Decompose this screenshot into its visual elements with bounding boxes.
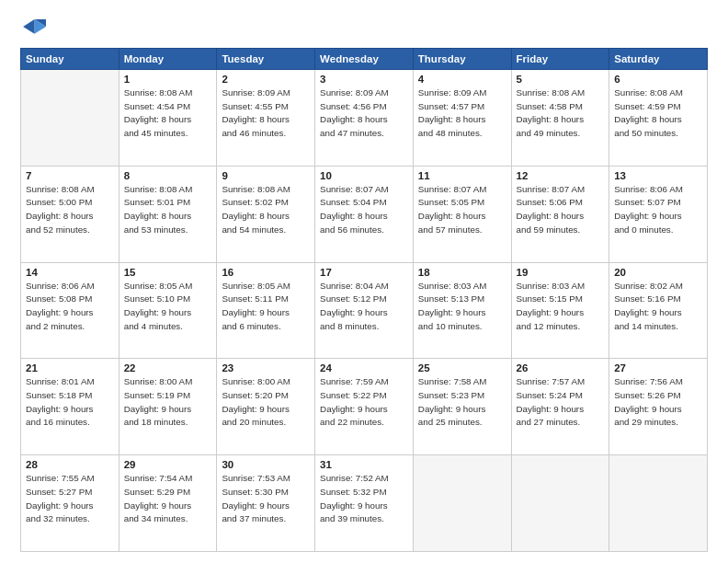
calendar-cell: 5Sunrise: 8:08 AMSunset: 4:58 PMDaylight… <box>511 70 609 167</box>
sunrise: Sunrise: 7:54 AM <box>124 472 212 486</box>
calendar-cell: 20Sunrise: 8:02 AMSunset: 5:16 PMDayligh… <box>609 262 708 359</box>
calendar-cell: 16Sunrise: 8:05 AMSunset: 5:11 PMDayligh… <box>217 262 315 359</box>
sunset: Sunset: 5:19 PM <box>124 389 212 403</box>
daylight-line1: Daylight: 9 hours <box>517 306 605 320</box>
daylight-line2: and 29 minutes. <box>614 416 702 430</box>
calendar-cell: 31Sunrise: 7:52 AMSunset: 5:32 PMDayligh… <box>315 455 414 552</box>
daylight-line1: Daylight: 9 hours <box>320 403 408 417</box>
day-info: Sunrise: 8:01 AMSunset: 5:18 PMDaylight:… <box>26 375 114 430</box>
daylight-line1: Daylight: 9 hours <box>614 306 702 320</box>
day-info: Sunrise: 8:07 AMSunset: 5:05 PMDaylight:… <box>418 183 506 237</box>
daylight-line2: and 53 minutes. <box>124 224 212 237</box>
sunset: Sunset: 5:26 PM <box>614 389 702 403</box>
calendar-cell: 17Sunrise: 8:04 AMSunset: 5:12 PMDayligh… <box>315 262 414 359</box>
sunrise: Sunrise: 8:07 AM <box>418 183 506 197</box>
sunset: Sunset: 5:22 PM <box>320 389 408 403</box>
calendar-cell: 28Sunrise: 7:55 AMSunset: 5:27 PMDayligh… <box>21 455 119 552</box>
sunrise: Sunrise: 7:53 AM <box>222 472 310 486</box>
sunset: Sunset: 5:23 PM <box>418 389 506 403</box>
daylight-line2: and 59 minutes. <box>517 224 605 237</box>
svg-marker-2 <box>23 19 34 34</box>
day-header-sunday: Sunday <box>21 49 119 70</box>
day-number: 19 <box>517 267 605 278</box>
daylight-line1: Daylight: 9 hours <box>26 403 114 417</box>
sunset: Sunset: 5:04 PM <box>320 196 408 210</box>
daylight-line1: Daylight: 8 hours <box>320 210 408 224</box>
day-info: Sunrise: 8:00 AMSunset: 5:19 PMDaylight:… <box>124 375 212 430</box>
daylight-line1: Daylight: 8 hours <box>124 113 212 127</box>
daylight-line2: and 8 minutes. <box>320 320 408 334</box>
day-info: Sunrise: 7:55 AMSunset: 5:27 PMDaylight:… <box>26 472 114 526</box>
daylight-line1: Daylight: 8 hours <box>320 113 408 127</box>
day-info: Sunrise: 8:08 AMSunset: 4:54 PMDaylight:… <box>124 86 212 141</box>
day-info: Sunrise: 8:08 AMSunset: 5:00 PMDaylight:… <box>26 183 114 237</box>
calendar-cell: 13Sunrise: 8:06 AMSunset: 5:07 PMDayligh… <box>609 166 708 262</box>
day-info: Sunrise: 7:59 AMSunset: 5:22 PMDaylight:… <box>320 375 408 430</box>
daylight-line2: and 0 minutes. <box>614 224 702 237</box>
calendar-cell <box>413 455 511 552</box>
daylight-line1: Daylight: 9 hours <box>418 403 506 417</box>
daylight-line2: and 27 minutes. <box>517 416 605 430</box>
day-info: Sunrise: 7:58 AMSunset: 5:23 PMDaylight:… <box>418 375 506 430</box>
sunset: Sunset: 5:13 PM <box>418 293 506 306</box>
sunrise: Sunrise: 8:02 AM <box>614 280 702 293</box>
sunrise: Sunrise: 8:04 AM <box>320 280 408 293</box>
day-number: 13 <box>614 170 702 181</box>
day-info: Sunrise: 8:02 AMSunset: 5:16 PMDaylight:… <box>614 280 702 334</box>
day-number: 30 <box>222 459 310 470</box>
calendar-cell <box>609 455 708 552</box>
sunset: Sunset: 5:01 PM <box>124 196 212 210</box>
sunset: Sunset: 4:55 PM <box>222 100 310 114</box>
day-info: Sunrise: 7:53 AMSunset: 5:30 PMDaylight:… <box>222 472 310 526</box>
daylight-line1: Daylight: 8 hours <box>124 210 212 224</box>
sunset: Sunset: 5:18 PM <box>26 389 114 403</box>
daylight-line1: Daylight: 8 hours <box>418 210 506 224</box>
calendar-cell: 7Sunrise: 8:08 AMSunset: 5:00 PMDaylight… <box>21 166 119 262</box>
daylight-line2: and 10 minutes. <box>418 320 506 334</box>
sunset: Sunset: 5:08 PM <box>26 293 114 306</box>
calendar-cell: 29Sunrise: 7:54 AMSunset: 5:29 PMDayligh… <box>119 455 217 552</box>
sunset: Sunset: 5:16 PM <box>614 293 702 306</box>
sunset: Sunset: 5:15 PM <box>517 293 605 306</box>
sunrise: Sunrise: 7:58 AM <box>418 375 506 389</box>
calendar-cell: 26Sunrise: 7:57 AMSunset: 5:24 PMDayligh… <box>511 359 609 455</box>
header <box>20 17 708 42</box>
day-info: Sunrise: 8:03 AMSunset: 5:15 PMDaylight:… <box>517 280 605 334</box>
day-info: Sunrise: 7:54 AMSunset: 5:29 PMDaylight:… <box>124 472 212 526</box>
sunrise: Sunrise: 7:56 AM <box>614 375 702 389</box>
daylight-line1: Daylight: 8 hours <box>26 210 114 224</box>
sunset: Sunset: 4:56 PM <box>320 100 408 114</box>
day-info: Sunrise: 8:05 AMSunset: 5:10 PMDaylight:… <box>124 280 212 334</box>
daylight-line2: and 6 minutes. <box>222 320 310 334</box>
calendar-cell: 12Sunrise: 8:07 AMSunset: 5:06 PMDayligh… <box>511 166 609 262</box>
daylight-line1: Daylight: 9 hours <box>320 306 408 320</box>
daylight-line1: Daylight: 9 hours <box>124 403 212 417</box>
day-number: 7 <box>26 170 114 181</box>
day-info: Sunrise: 8:03 AMSunset: 5:13 PMDaylight:… <box>418 280 506 334</box>
daylight-line1: Daylight: 9 hours <box>614 403 702 417</box>
sunrise: Sunrise: 8:03 AM <box>517 280 605 293</box>
sunset: Sunset: 5:07 PM <box>614 196 702 210</box>
daylight-line2: and 14 minutes. <box>614 320 702 334</box>
daylight-line2: and 16 minutes. <box>26 416 114 430</box>
calendar-cell: 15Sunrise: 8:05 AMSunset: 5:10 PMDayligh… <box>119 262 217 359</box>
day-number: 24 <box>320 362 408 373</box>
daylight-line1: Daylight: 8 hours <box>517 210 605 224</box>
day-info: Sunrise: 8:06 AMSunset: 5:08 PMDaylight:… <box>26 280 114 334</box>
sunrise: Sunrise: 8:08 AM <box>517 86 605 100</box>
daylight-line1: Daylight: 8 hours <box>614 113 702 127</box>
calendar-cell: 3Sunrise: 8:09 AMSunset: 4:56 PMDaylight… <box>315 70 414 167</box>
calendar-cell: 9Sunrise: 8:08 AMSunset: 5:02 PMDaylight… <box>217 166 315 262</box>
sunrise: Sunrise: 8:08 AM <box>614 86 702 100</box>
calendar-cell: 1Sunrise: 8:08 AMSunset: 4:54 PMDaylight… <box>119 70 217 167</box>
sunset: Sunset: 5:27 PM <box>26 486 114 500</box>
day-number: 15 <box>124 267 212 278</box>
daylight-line2: and 46 minutes. <box>222 127 310 141</box>
logo <box>20 17 50 42</box>
daylight-line2: and 37 minutes. <box>222 512 310 526</box>
sunrise: Sunrise: 8:00 AM <box>222 375 310 389</box>
sunset: Sunset: 5:10 PM <box>124 293 212 306</box>
day-info: Sunrise: 8:08 AMSunset: 5:02 PMDaylight:… <box>222 183 310 237</box>
sunrise: Sunrise: 7:52 AM <box>320 472 408 486</box>
sunset: Sunset: 4:59 PM <box>614 100 702 114</box>
